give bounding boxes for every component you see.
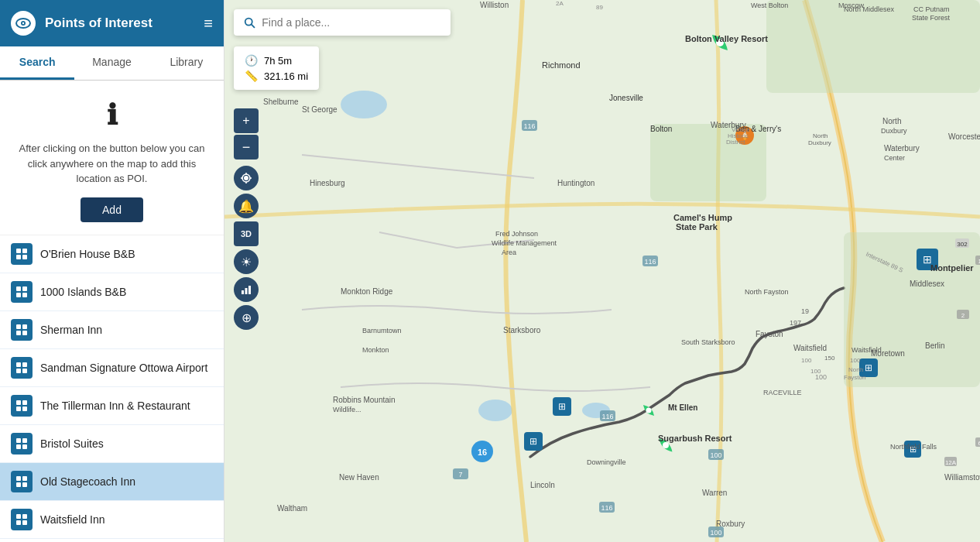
svg-text:State Park: State Park (676, 222, 718, 232)
svg-text:197: 197 (790, 319, 801, 327)
svg-rect-13 (16, 331, 21, 335)
sidebar-info-section: ℹ After clicking on the button below you… (0, 81, 224, 235)
svg-rect-30 (22, 482, 27, 487)
svg-text:302: 302 (957, 241, 968, 248)
svg-point-57 (663, 442, 669, 448)
svg-rect-19 (16, 400, 21, 405)
poi-icon (11, 281, 33, 303)
svg-text:Fred Johnson: Fred Johnson (495, 230, 538, 238)
svg-rect-33 (16, 520, 21, 525)
svg-text:Wildlife Management: Wildlife Management (492, 239, 557, 247)
svg-text:Warren: Warren (702, 489, 727, 497)
poi-icon (11, 433, 33, 455)
svg-text:116: 116 (523, 122, 535, 130)
svg-text:Robbins Mountain: Robbins Mountain (333, 396, 396, 404)
sidebar-header: Points of Interest ≡ (0, 0, 224, 46)
svg-text:District: District (726, 139, 745, 146)
svg-text:89: 89 (596, 4, 603, 11)
poi-icon (11, 509, 33, 530)
poi-list-item[interactable]: Sandman Signature Ottowa Airport (0, 349, 224, 387)
svg-text:19: 19 (801, 307, 809, 315)
svg-rect-165 (248, 286, 251, 294)
svg-text:Monkton: Monkton (362, 346, 389, 354)
svg-rect-27 (16, 476, 21, 481)
svg-text:Richmond: Richmond (542, 60, 581, 70)
location-button[interactable] (234, 166, 259, 190)
svg-text:116: 116 (601, 413, 613, 420)
svg-text:2A: 2A (556, 0, 564, 7)
route-info-panel: 🕐 7h 5m 📏 321.16 mi (234, 46, 319, 90)
svg-text:Monkton Ridge: Monkton Ridge (341, 287, 393, 296)
poi-list-item[interactable]: 1000 Islands B&B (0, 273, 224, 311)
svg-text:116: 116 (644, 258, 656, 266)
svg-rect-6 (22, 255, 27, 259)
tab-search[interactable]: Search (0, 46, 74, 80)
svg-rect-28 (22, 476, 27, 481)
chart-button[interactable] (234, 277, 259, 302)
svg-text:100: 100 (710, 451, 721, 459)
svg-rect-22 (22, 406, 27, 411)
poi-list-item[interactable]: Bristol Suites (0, 425, 224, 463)
svg-point-157 (244, 176, 248, 180)
svg-rect-29 (16, 482, 21, 487)
svg-text:North Fayston: North Fayston (745, 288, 789, 296)
svg-text:Barnumtown: Barnumtown (362, 327, 402, 334)
svg-point-40 (341, 91, 387, 118)
svg-text:Waterbury: Waterbury (711, 121, 746, 129)
svg-text:Starksboro: Starksboro (503, 326, 541, 334)
svg-text:100: 100 (801, 357, 812, 364)
svg-point-2 (22, 22, 24, 24)
map-find-place-input[interactable] (262, 16, 441, 29)
svg-text:⊞: ⊞ (558, 401, 566, 412)
zoom-in-button[interactable]: + (234, 108, 259, 133)
poi-list-item[interactable]: The Tillerman Inn & Restaurant (0, 387, 224, 425)
svg-text:100: 100 (850, 357, 861, 364)
svg-rect-17 (16, 369, 21, 373)
poi-list-item[interactable]: Sherman Inn (0, 311, 224, 349)
app-title: Points of Interest (45, 15, 194, 31)
svg-rect-24 (22, 438, 27, 443)
svg-text:Duxbury: Duxbury (881, 127, 907, 135)
zoom-out-button[interactable]: − (234, 135, 259, 160)
svg-rect-34 (22, 520, 27, 525)
svg-rect-3 (16, 249, 21, 253)
svg-rect-14 (22, 331, 27, 335)
svg-rect-16 (22, 362, 27, 367)
svg-text:16: 16 (478, 448, 487, 457)
svg-text:New Haven: New Haven (339, 473, 379, 482)
map-area[interactable]: ⊞ ⊞ ⊞ ⊞ ⊞ 🍦 (224, 0, 980, 542)
tab-manage[interactable]: Manage (74, 46, 149, 80)
bookmark-button[interactable]: 🔔 (234, 194, 259, 218)
3d-button[interactable]: 3D (234, 221, 259, 246)
svg-text:116: 116 (601, 504, 612, 512)
poi-icon (11, 319, 33, 341)
poi-list-item[interactable]: Inn at Montpelier (0, 539, 224, 543)
svg-text:100: 100 (815, 373, 827, 381)
svg-rect-26 (22, 444, 27, 449)
poi-list-item[interactable]: Old Stagecoach Inn (0, 463, 224, 501)
sidebar: Points of Interest ≡ Search Manage Libra… (0, 0, 224, 542)
svg-text:Lincoln: Lincoln (530, 481, 555, 489)
add-poi-button[interactable]: Add (81, 197, 143, 222)
svg-text:Sugarbush Resort: Sugarbush Resort (658, 434, 732, 443)
sun-button[interactable]: ☀ (234, 249, 259, 274)
route-distance-row: 📏 321.16 mi (245, 68, 308, 84)
svg-text:Wildlife...: Wildlife... (333, 406, 362, 413)
svg-text:Berlin: Berlin (925, 341, 945, 350)
svg-text:North: North (882, 117, 901, 125)
svg-text:Huntington: Huntington (557, 179, 595, 187)
svg-text:Waitsfield: Waitsfield (793, 344, 827, 352)
poi-item-label: O'Brien House B&B (40, 248, 135, 260)
svg-rect-9 (16, 293, 21, 297)
poi-item-label: Old Stagecoach Inn (40, 475, 135, 488)
route-time: 7h 5m (264, 55, 292, 67)
svg-rect-23 (16, 438, 21, 443)
svg-point-41 (478, 400, 512, 421)
hamburger-button[interactable]: ≡ (204, 15, 213, 33)
compass-button[interactable]: ⊕ (234, 305, 259, 330)
poi-item-label: Sandman Signature Ottowa Airport (40, 362, 207, 374)
poi-list-item[interactable]: O'Brien House B&B (0, 235, 224, 273)
poi-list-item[interactable]: Waitsfield Inn (0, 501, 224, 539)
tab-library[interactable]: Library (149, 46, 224, 80)
svg-text:Williamstown: Williamstown (944, 473, 980, 482)
